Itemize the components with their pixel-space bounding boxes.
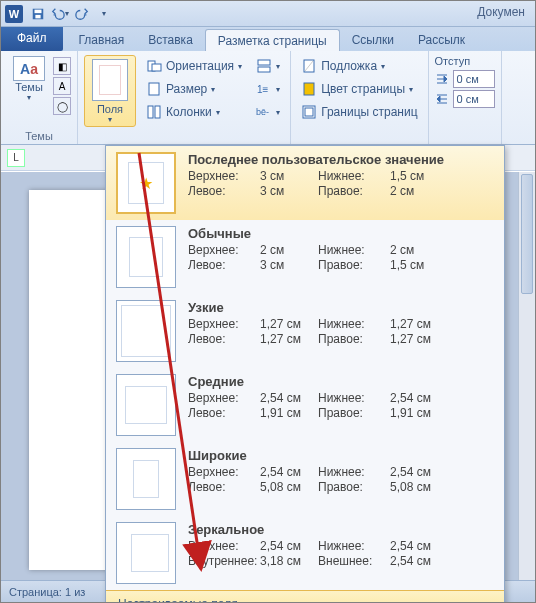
scroll-thumb[interactable] [521, 174, 533, 294]
indent-left-input[interactable]: 0 см [453, 70, 495, 88]
svg-rect-6 [148, 106, 153, 118]
tab-selector[interactable]: L [7, 149, 25, 167]
themes-button[interactable]: Aa Темы ▾ [7, 55, 51, 103]
page-color-button[interactable]: Цвет страницы▾ [297, 78, 421, 100]
svg-rect-8 [258, 60, 270, 65]
tab-file[interactable]: Файл [1, 27, 63, 51]
columns-icon [146, 104, 162, 120]
svg-rect-4 [152, 64, 161, 71]
qat-save-button[interactable] [28, 4, 48, 24]
preset-icon: ★ [116, 152, 176, 214]
margins-button[interactable]: Поля ▾ [84, 55, 136, 127]
star-icon: ★ [139, 173, 153, 192]
margins-icon [92, 59, 128, 101]
ribbon: Aa Темы ▾ ◧ A ◯ Темы Поля ▾ Ориентация▾ … [1, 51, 535, 145]
page-color-icon [301, 81, 317, 97]
save-icon [31, 7, 45, 21]
margins-button-label: Поля [97, 103, 123, 115]
preset-name: Широкие [188, 448, 494, 463]
preset-icon [116, 226, 176, 288]
svg-rect-7 [155, 106, 160, 118]
group-page-background: Подложка▾ Цвет страницы▾ Границы страниц [291, 51, 428, 144]
indent-left-row: 0 см [435, 69, 495, 89]
preset-icon [116, 522, 176, 584]
size-button[interactable]: Размер▾ [142, 78, 246, 100]
margins-preset-mirror[interactable]: ЗеркальноеВерхнее:2,54 смНижнее:2,54 смВ… [106, 516, 504, 590]
margins-preset-last[interactable]: ★Последнее пользовательское значениеВерх… [106, 146, 504, 220]
margins-preset-normal[interactable]: ОбычныеВерхнее:2 смНижнее:2 смЛевое:3 см… [106, 220, 504, 294]
svg-rect-1 [35, 9, 42, 13]
preset-name: Средние [188, 374, 494, 389]
line-numbers-icon: 1≡ [256, 81, 272, 97]
themes-button-label: Темы [15, 81, 43, 93]
hyphenation-icon: bē- [256, 104, 272, 120]
redo-icon [75, 7, 89, 21]
qat-undo-button[interactable]: ▾ [50, 4, 70, 24]
watermark-icon [301, 58, 317, 74]
preset-name: Обычные [188, 226, 494, 241]
margins-preset-wide[interactable]: ШирокиеВерхнее:2,54 смНижнее:2,54 смЛево… [106, 442, 504, 516]
theme-colors-button[interactable]: ◧ [53, 57, 71, 75]
word-app-icon: W [5, 5, 23, 23]
preset-name: Зеркальное [188, 522, 494, 537]
indent-right-input[interactable]: 0 см [453, 90, 495, 108]
preset-name: Узкие [188, 300, 494, 315]
page-borders-button[interactable]: Границы страниц [297, 101, 421, 123]
size-icon [146, 81, 162, 97]
themes-icon: Aa [13, 56, 45, 81]
group-label-themes: Темы [7, 130, 71, 142]
margins-gallery: ★Последнее пользовательское значениеВерх… [105, 145, 505, 603]
breaks-icon [256, 58, 272, 74]
qat-customize-button[interactable]: ▾ [94, 4, 114, 24]
breaks-button[interactable]: ▾ [252, 55, 284, 77]
svg-rect-9 [258, 67, 270, 72]
chevron-down-icon: ▾ [102, 9, 106, 18]
theme-effects-button[interactable]: ◯ [53, 97, 71, 115]
svg-text:1≡: 1≡ [257, 84, 269, 95]
preset-icon [116, 300, 176, 362]
svg-rect-5 [149, 83, 159, 95]
ribbon-tabs: Файл Главная Вставка Разметка страницы С… [1, 27, 535, 51]
undo-icon [51, 7, 65, 21]
preset-icon [116, 448, 176, 510]
margins-preset-narrow[interactable]: УзкиеВерхнее:1,27 смНижнее:1,27 смЛевое:… [106, 294, 504, 368]
indent-left-icon [435, 72, 449, 86]
watermark-button[interactable]: Подложка▾ [297, 55, 421, 77]
qat-redo-button[interactable] [72, 4, 92, 24]
chevron-down-icon: ▾ [108, 115, 112, 124]
window-title: Докумен [477, 5, 525, 19]
svg-text:bē-: bē- [256, 107, 269, 117]
preset-name: Последнее пользовательское значение [188, 152, 494, 167]
tab-mailings[interactable]: Рассылк [406, 29, 477, 51]
group-indent: Отступ 0 см 0 см [429, 51, 502, 144]
indent-right-icon [435, 92, 449, 106]
tab-references[interactable]: Ссылки [340, 29, 406, 51]
vertical-scrollbar[interactable] [518, 172, 535, 580]
tab-home[interactable]: Главная [67, 29, 137, 51]
indent-right-row: 0 см [435, 89, 495, 109]
svg-rect-2 [35, 14, 40, 18]
borders-icon [301, 104, 317, 120]
indent-group-label: Отступ [435, 55, 495, 67]
theme-fonts-button[interactable]: A [53, 77, 71, 95]
svg-rect-14 [304, 83, 314, 95]
chevron-down-icon: ▾ [27, 93, 31, 102]
hyphenation-button[interactable]: bē-▾ [252, 101, 284, 123]
group-page-setup: Поля ▾ Ориентация▾ Размер▾ Колонки▾ ▾ 1≡… [78, 51, 291, 144]
title-bar: W ▾ ▾ Докумен [1, 1, 535, 27]
margins-preset-moderate[interactable]: СредниеВерхнее:2,54 смНижнее:2,54 смЛево… [106, 368, 504, 442]
orientation-icon [146, 58, 162, 74]
orientation-button[interactable]: Ориентация▾ [142, 55, 246, 77]
custom-margins-item[interactable]: Настраиваемые поля... [106, 590, 504, 603]
tab-page-layout[interactable]: Разметка страницы [205, 29, 340, 51]
group-themes: Aa Темы ▾ ◧ A ◯ Темы [1, 51, 78, 144]
tab-insert[interactable]: Вставка [136, 29, 205, 51]
preset-icon [116, 374, 176, 436]
page-status: Страница: 1 из [9, 586, 85, 598]
columns-button[interactable]: Колонки▾ [142, 101, 246, 123]
line-numbers-button[interactable]: 1≡▾ [252, 78, 284, 100]
